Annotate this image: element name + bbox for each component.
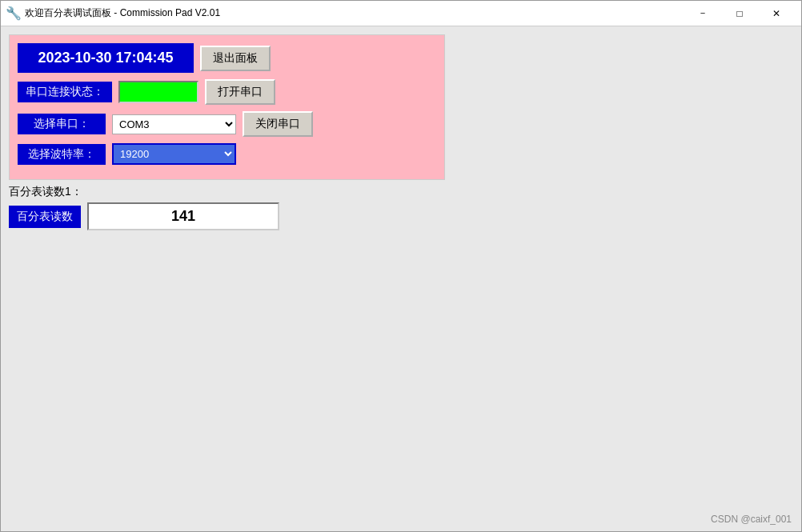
reading-section: 百分表读数1： 百分表读数 141 [9, 185, 793, 230]
reading-value: 141 [87, 202, 279, 230]
main-window: 🔧 欢迎百分表调试面板 - Commission Pad V2.01 － □ ✕… [0, 0, 802, 532]
row-select-port: 选择串口： COM3 COM1 COM2 COM4 关闭串口 [18, 111, 436, 137]
maximize-button[interactable]: □ [721, 1, 758, 26]
serial-status-label: 串口连接状态： [18, 82, 112, 102]
reading-box-label: 百分表读数 [9, 206, 81, 228]
baud-select[interactable]: 19200 9600 38400 115200 [112, 143, 236, 165]
app-icon: 🔧 [7, 7, 20, 20]
select-port-label: 选择串口： [18, 114, 106, 134]
open-serial-button[interactable]: 打开串口 [205, 79, 275, 105]
port-select[interactable]: COM3 COM1 COM2 COM4 [112, 114, 236, 134]
window-title: 欢迎百分表调试面板 - Commission Pad V2.01 [25, 6, 684, 20]
title-bar: 🔧 欢迎百分表调试面板 - Commission Pad V2.01 － □ ✕ [1, 1, 801, 26]
row-select-baud: 选择波特率： 19200 9600 38400 115200 [18, 143, 436, 165]
close-serial-button[interactable]: 关闭串口 [243, 111, 313, 137]
content-area: 2023-10-30 17:04:45 退出面板 串口连接状态： 打开串口 选择… [1, 26, 801, 531]
window-controls: － □ ✕ [684, 1, 795, 26]
watermark: CSDN @caixf_001 [711, 514, 792, 525]
reading-row: 百分表读数 141 [9, 202, 793, 230]
select-baud-label: 选择波特率： [18, 144, 106, 165]
close-button[interactable]: ✕ [758, 1, 795, 26]
serial-status-indicator [118, 81, 198, 103]
row-datetime: 2023-10-30 17:04:45 退出面板 [18, 43, 436, 73]
exit-button[interactable]: 退出面板 [200, 46, 271, 71]
control-panel: 2023-10-30 17:04:45 退出面板 串口连接状态： 打开串口 选择… [9, 34, 445, 180]
row-serial-status: 串口连接状态： 打开串口 [18, 79, 436, 105]
reading1-label: 百分表读数1： [9, 185, 793, 199]
datetime-display: 2023-10-30 17:04:45 [18, 43, 194, 73]
minimize-button[interactable]: － [684, 1, 721, 26]
